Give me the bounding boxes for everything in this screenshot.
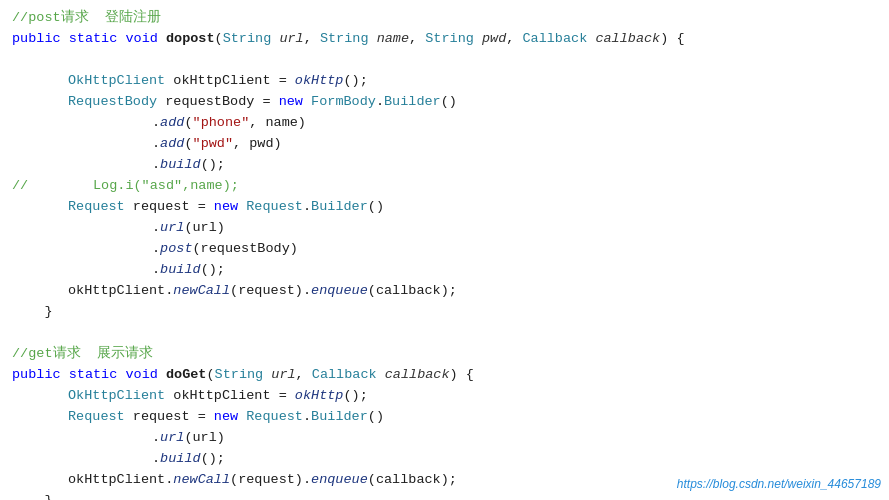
- line-12: . post (requestBody): [12, 239, 889, 260]
- type-callback1: Callback: [522, 29, 587, 50]
- method-url2: url: [160, 428, 184, 449]
- code-area: //post请求 登陆注册 public static void dopost …: [0, 0, 889, 500]
- line-4: OkHttpClient okHttpClient = okHttp ();: [12, 71, 889, 92]
- type-requestbuilder: Request: [246, 197, 303, 218]
- line-10: Request request = new Request . Builder …: [12, 197, 889, 218]
- method-okhttp2: okHttp: [295, 386, 344, 407]
- line-2: public static void dopost ( String url ,…: [12, 29, 889, 50]
- line-8: . build ();: [12, 155, 889, 176]
- type-formbody: FormBody: [311, 92, 376, 113]
- kw-void2: void: [125, 365, 157, 386]
- kw-void: void: [125, 29, 157, 50]
- line-13: . build ();: [12, 260, 889, 281]
- line-9: // Log.i("asd",name);: [12, 176, 889, 197]
- line-17: //get请求 展示请求: [12, 344, 889, 365]
- type-builder1: Builder: [384, 92, 441, 113]
- line-5: RequestBody requestBody = new FormBody .…: [12, 92, 889, 113]
- watermark: https://blog.csdn.net/weixin_44657189: [677, 475, 881, 494]
- line-blank1: [12, 50, 889, 71]
- method-doget: doGet: [166, 365, 207, 386]
- kw-public: public: [12, 29, 61, 50]
- method-build1: build: [160, 155, 201, 176]
- line-6: . add ( "phone" , name): [12, 113, 889, 134]
- type-requestbody: RequestBody: [68, 92, 157, 113]
- line-22: . build ();: [12, 449, 889, 470]
- method-newcall1: newCall: [173, 281, 230, 302]
- param-name: name: [377, 29, 409, 50]
- kw-new3: new: [214, 407, 238, 428]
- param-callback2: callback: [385, 365, 450, 386]
- line-1: //post请求 登陆注册: [12, 8, 889, 29]
- type-string4: String: [215, 365, 264, 386]
- param-url: url: [279, 29, 303, 50]
- method-newcall2: newCall: [173, 470, 230, 491]
- comment-post: //post请求 登陆注册: [12, 8, 161, 29]
- kw-static2: static: [69, 365, 118, 386]
- line-19: OkHttpClient okHttpClient = okHttp ();: [12, 386, 889, 407]
- type-string2: String: [320, 29, 369, 50]
- type-string3: String: [425, 29, 474, 50]
- type-builder2: Builder: [311, 197, 368, 218]
- line-18: public static void doGet ( String url , …: [12, 365, 889, 386]
- kw-new1: new: [279, 92, 303, 113]
- type-request2: Request: [68, 407, 125, 428]
- method-post: post: [160, 239, 192, 260]
- type-okhttpclient2: OkHttpClient: [68, 386, 165, 407]
- kw-public2: public: [12, 365, 61, 386]
- line-11: . url (url): [12, 218, 889, 239]
- method-add1: add: [160, 113, 184, 134]
- line-21: . url (url): [12, 428, 889, 449]
- method-enqueue2: enqueue: [311, 470, 368, 491]
- method-build2: build: [160, 260, 201, 281]
- param-pwd: pwd: [482, 29, 506, 50]
- type-request1: Request: [68, 197, 125, 218]
- type-okhttpclient: OkHttpClient: [68, 71, 165, 92]
- line-20: Request request = new Request . Builder …: [12, 407, 889, 428]
- method-dopost: dopost: [166, 29, 215, 50]
- str-pwd: "pwd": [193, 134, 234, 155]
- type-requestbuilder2: Request: [246, 407, 303, 428]
- line-14: okHttpClient. newCall (request). enqueue…: [12, 281, 889, 302]
- comment-log: // Log.i("asd",name);: [12, 176, 239, 197]
- comment-get: //get请求 展示请求: [12, 344, 153, 365]
- method-url1: url: [160, 218, 184, 239]
- method-build3: build: [160, 449, 201, 470]
- type-builder3: Builder: [311, 407, 368, 428]
- line-7: . add ( "pwd" , pwd): [12, 134, 889, 155]
- kw-static: static: [69, 29, 118, 50]
- type-callback2: Callback: [312, 365, 377, 386]
- str-phone: "phone": [193, 113, 250, 134]
- line-15: }: [12, 302, 889, 323]
- method-add2: add: [160, 134, 184, 155]
- method-okhttp: okHttp: [295, 71, 344, 92]
- line-blank2: [12, 323, 889, 344]
- type-string1: String: [223, 29, 272, 50]
- param-callback1: callback: [595, 29, 660, 50]
- kw-new2: new: [214, 197, 238, 218]
- method-enqueue1: enqueue: [311, 281, 368, 302]
- param-url2: url: [271, 365, 295, 386]
